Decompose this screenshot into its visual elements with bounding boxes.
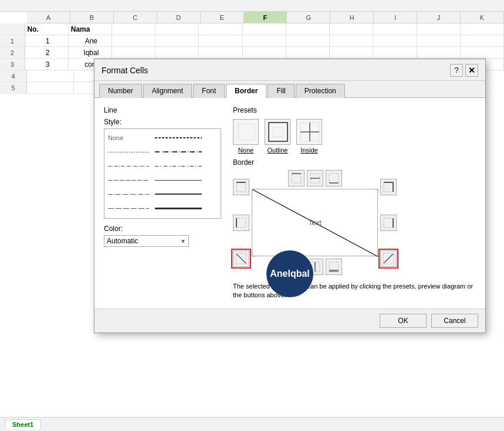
dialog-footer: OK Cancel (94, 308, 485, 332)
border-right-buttons (380, 170, 397, 275)
color-select[interactable]: Automatic ▼ (104, 235, 189, 247)
border-bottom2-icon (328, 261, 340, 273)
preset-inside-icon (297, 119, 322, 145)
tab-fill[interactable]: Fill (268, 84, 294, 98)
preset-none-label: None (238, 147, 253, 154)
line-style-solid-thick[interactable] (155, 203, 202, 213)
border-left-icon (235, 217, 247, 229)
border-btn-bottom2[interactable] (326, 259, 342, 275)
line-style-dash2[interactable] (155, 147, 202, 157)
border-top-right-icon (383, 181, 394, 193)
color-value: Automatic (107, 237, 138, 245)
line-style-dashdot[interactable] (108, 175, 149, 185)
svg-rect-6 (236, 182, 246, 192)
svg-rect-12 (292, 174, 301, 183)
border-btn-top-outer[interactable] (233, 179, 249, 195)
color-label: Color: (104, 225, 221, 233)
format-cells-dialog: Format Cells ? ✕ Number Alignment Font B… (94, 59, 486, 333)
left-panel: Line Style: None (104, 106, 221, 300)
border-bottom-top-icon (328, 172, 340, 184)
dialog-controls: ? ✕ (450, 64, 478, 77)
border-btn-left[interactable] (233, 215, 249, 231)
avatar: AneIqbal (266, 250, 313, 297)
border-top-icon (290, 172, 302, 184)
line-section-label: Line (104, 106, 221, 114)
line-style-dot-dash[interactable] (108, 161, 149, 171)
preset-inside[interactable]: Inside (296, 119, 322, 154)
border-diag-down-icon (235, 253, 247, 264)
svg-rect-0 (238, 124, 255, 140)
preset-outline-icon (265, 119, 290, 145)
close-button[interactable]: ✕ (465, 64, 478, 77)
tab-number[interactable]: Number (99, 84, 142, 98)
ok-button[interactable]: OK (380, 314, 427, 328)
line-style-solid-thin[interactable] (155, 175, 202, 185)
tab-protection[interactable]: Protection (296, 84, 345, 98)
spreadsheet: A B C D E F G H I J K No. Nama 1 1 (0, 0, 504, 431)
svg-line-40 (384, 254, 393, 263)
line-style-dotted[interactable] (108, 147, 149, 157)
preset-none-icon (234, 119, 258, 145)
border-section-label: Border (233, 158, 476, 167)
border-right-icon (383, 217, 394, 229)
tab-font[interactable]: Font (193, 84, 225, 98)
svg-line-11 (236, 254, 246, 263)
tab-border[interactable]: Border (226, 84, 266, 98)
preset-inside-box (296, 119, 322, 145)
border-left-buttons (233, 170, 249, 275)
border-btn-diag-down[interactable] (233, 250, 249, 267)
border-btn-top-right[interactable] (380, 179, 397, 195)
border-preview-svg (252, 189, 378, 257)
presets-row: None Outline (233, 119, 476, 154)
svg-rect-1 (269, 123, 287, 141)
presets-label: Presets (233, 106, 476, 114)
svg-rect-37 (384, 218, 393, 228)
preset-inside-label: Inside (300, 147, 317, 154)
line-style-none[interactable]: None (108, 133, 149, 143)
dialog-tabs: Number Alignment Font Border Fill Protec… (94, 83, 485, 98)
svg-rect-16 (329, 174, 339, 183)
border-btn-diag-up[interactable] (380, 250, 397, 267)
avatar-text: AneIqbal (270, 269, 310, 279)
line-style-medium-dash[interactable] (108, 203, 149, 213)
preset-outline-box (265, 119, 290, 145)
dialog-titlebar: Format Cells ? ✕ (94, 59, 485, 81)
border-top-outer-icon (235, 181, 247, 193)
preset-outline[interactable]: Outline (265, 119, 290, 154)
line-styles-box: None (104, 128, 221, 219)
border-preview-box[interactable]: Text (252, 189, 378, 256)
svg-rect-34 (384, 182, 393, 192)
border-btn-right[interactable] (380, 215, 397, 231)
svg-rect-8 (236, 218, 246, 228)
border-btn-hmid[interactable] (307, 170, 323, 186)
line-style-dash3[interactable] (155, 161, 202, 171)
dropdown-arrow-icon: ▼ (180, 238, 186, 245)
line-style-solid-med[interactable] (155, 189, 202, 199)
none-label: None (108, 134, 149, 141)
border-diag-up-icon (383, 253, 394, 264)
border-hmid-icon (309, 172, 321, 184)
dialog-content: Line Style: None (94, 98, 485, 308)
preset-none-box (233, 119, 259, 145)
dialog-title: Format Cells (102, 66, 148, 75)
cancel-button[interactable]: Cancel (431, 314, 478, 328)
svg-line-18 (252, 189, 378, 257)
preset-outline-label: Outline (268, 147, 288, 154)
border-btn-bottom-top[interactable] (326, 170, 342, 186)
line-style-dash1[interactable] (155, 133, 202, 143)
help-button[interactable]: ? (450, 64, 463, 77)
border-btn-top[interactable] (288, 170, 305, 186)
border-top-buttons (288, 170, 342, 186)
dialog-overlay: Format Cells ? ✕ Number Alignment Font B… (0, 0, 504, 431)
svg-rect-2 (273, 127, 283, 137)
tab-alignment[interactable]: Alignment (143, 84, 192, 98)
style-label: Style: (104, 118, 221, 126)
border-area-wrapper: Text (233, 170, 476, 275)
preset-none[interactable]: None (233, 119, 259, 154)
line-style-dashdotdot[interactable] (108, 189, 149, 199)
